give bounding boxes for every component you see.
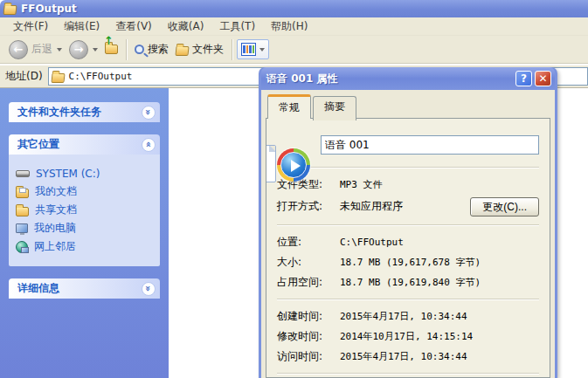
hard-disk-icon: [16, 170, 30, 177]
views-button[interactable]: [237, 39, 269, 59]
tasks-panel-title: 文件和文件夹任务: [17, 105, 101, 120]
filename-row: [277, 129, 539, 161]
open-with-value: 未知应用程序: [340, 199, 403, 214]
places-panel-body: SYSTEM (C:) 我的文档 共享文档 我的电脑 网上邻居: [9, 155, 160, 266]
place-shared-documents[interactable]: 共享文档: [16, 203, 155, 217]
window-folder-icon: [3, 5, 17, 15]
accessed-value: 2015年4月17日, 10:34:44: [340, 350, 467, 363]
location-row: 位置: C:\FFOutput: [277, 232, 539, 252]
address-folder-icon: [51, 73, 65, 83]
filename-input[interactable]: [321, 135, 539, 155]
shared-documents-icon: [16, 207, 29, 216]
tab-general[interactable]: 常规: [267, 94, 311, 119]
general-tab-page: 文件类型: MP3 文件 打开方式: 未知应用程序 更改(C)... 位置: C…: [266, 118, 550, 378]
my-documents-icon: [16, 189, 29, 198]
created-value: 2015年4月17日, 10:34:44: [340, 310, 467, 323]
dialog-title: 语音 001 属性: [266, 72, 513, 86]
size-label: 大小:: [277, 255, 340, 270]
address-label: 地址(D): [5, 69, 43, 84]
properties-dialog: 语音 001 属性 ? ✕ 常规 摘要: [259, 67, 557, 378]
menu-bar: 文件(F) 编辑(E) 查看(V) 收藏(A) 工具(T) 帮助(H): [0, 17, 588, 36]
place-my-documents[interactable]: 我的文档: [16, 184, 155, 199]
views-icon: [241, 43, 256, 56]
places-panel-header[interactable]: 其它位置 »: [9, 134, 160, 155]
details-panel-title: 详细信息: [17, 281, 59, 296]
back-button[interactable]: ← 后退: [5, 38, 66, 61]
forward-dropdown-icon[interactable]: [93, 48, 98, 52]
menu-view[interactable]: 查看(V): [107, 17, 160, 36]
places-panel-title: 其它位置: [17, 137, 59, 152]
toolbar: ← 后退 → ↑ 搜索 文件夹: [0, 36, 588, 64]
open-with-label: 打开方式:: [277, 199, 340, 214]
modified-row: 修改时间: 2014年10月17日, 14:15:14: [277, 326, 539, 347]
location-value: C:\FFOutput: [340, 237, 404, 248]
toolbar-separator: [126, 39, 127, 60]
help-button[interactable]: ?: [515, 71, 532, 86]
modified-label: 修改时间:: [277, 329, 340, 344]
size-on-disk-label: 占用空间:: [277, 275, 340, 290]
location-label: 位置:: [277, 235, 340, 250]
dialog-body: 常规 摘要 文件类型: MP3 文件: [261, 90, 555, 378]
address-value: C:\FFOutput: [69, 71, 133, 82]
forward-button[interactable]: →: [66, 38, 101, 61]
explorer-window: FFOutput 文件(F) 编辑(E) 查看(V) 收藏(A) 工具(T) 帮…: [0, 0, 588, 378]
folders-icon: [175, 46, 189, 56]
size-on-disk-value: 18.7 MB (19,619,840 字节): [340, 276, 481, 289]
separator: [277, 224, 539, 226]
up-arrow-icon: ↑: [104, 34, 114, 47]
open-with-row: 打开方式: 未知应用程序 更改(C)...: [277, 195, 539, 218]
network-places-icon: [16, 241, 28, 253]
dialog-tabs: 常规 摘要: [266, 94, 550, 119]
details-panel: 详细信息 »: [9, 278, 160, 299]
collapse-icon[interactable]: »: [142, 138, 156, 152]
folders-button[interactable]: 文件夹: [172, 40, 227, 58]
close-button[interactable]: ✕: [535, 71, 551, 86]
separator: [277, 373, 539, 375]
forward-icon: →: [69, 40, 88, 59]
menu-edit[interactable]: 编辑(E): [56, 17, 107, 36]
accessed-row: 访问时间: 2015年4月17日, 10:34:44: [277, 347, 539, 367]
folders-label: 文件夹: [192, 42, 224, 57]
search-button[interactable]: 搜索: [131, 40, 172, 58]
menu-file[interactable]: 文件(F): [5, 17, 56, 36]
back-dropdown-icon[interactable]: [57, 48, 62, 52]
file-type-value: MP3 文件: [340, 178, 383, 191]
tab-summary[interactable]: 摘要: [313, 96, 356, 120]
up-button[interactable]: ↑: [101, 40, 121, 58]
places-panel: 其它位置 » SYSTEM (C:) 我的文档 共享文档 我的: [9, 134, 160, 266]
tasks-panel: 文件和文件夹任务 »: [9, 102, 160, 122]
details-panel-header[interactable]: 详细信息 »: [9, 278, 160, 299]
place-my-computer[interactable]: 我的电脑: [16, 221, 155, 236]
place-network[interactable]: 网上邻居: [16, 239, 155, 254]
modified-value: 2014年10月17日, 14:15:14: [340, 330, 473, 343]
change-button[interactable]: 更改(C)...: [470, 197, 539, 216]
size-on-disk-row: 占用空间: 18.7 MB (19,619,840 字节): [277, 272, 539, 292]
expand-icon[interactable]: »: [142, 282, 156, 296]
task-pane: 文件和文件夹任务 » 其它位置 » SYSTEM (C:) 我的文档: [0, 88, 169, 378]
back-label: 后退: [31, 42, 52, 57]
search-icon: [135, 45, 144, 54]
menu-favorites[interactable]: 收藏(A): [160, 17, 212, 36]
toolbar-separator: [232, 39, 232, 60]
tasks-panel-header[interactable]: 文件和文件夹任务 »: [9, 102, 160, 122]
menu-help[interactable]: 帮助(H): [263, 17, 315, 36]
separator: [277, 167, 539, 168]
accessed-label: 访问时间:: [277, 349, 340, 364]
file-type-row: 文件类型: MP3 文件: [277, 175, 539, 195]
my-computer-icon: [16, 223, 28, 233]
views-dropdown-icon[interactable]: [259, 48, 265, 52]
search-label: 搜索: [148, 42, 169, 57]
back-icon: ←: [9, 40, 28, 59]
created-label: 创建时间:: [277, 309, 340, 324]
created-row: 创建时间: 2015年4月17日, 10:34:44: [277, 306, 539, 326]
menu-tools[interactable]: 工具(T): [211, 17, 263, 36]
window-titlebar[interactable]: FFOutput: [0, 0, 588, 17]
separator: [277, 299, 539, 300]
place-system-c[interactable]: SYSTEM (C:): [16, 166, 155, 181]
window-title: FFOutput: [21, 3, 77, 15]
expand-icon[interactable]: »: [142, 106, 156, 120]
size-row: 大小: 18.7 MB (19,617,678 字节): [277, 252, 539, 272]
dialog-titlebar[interactable]: 语音 001 属性 ? ✕: [261, 67, 555, 90]
size-value: 18.7 MB (19,617,678 字节): [340, 256, 481, 269]
